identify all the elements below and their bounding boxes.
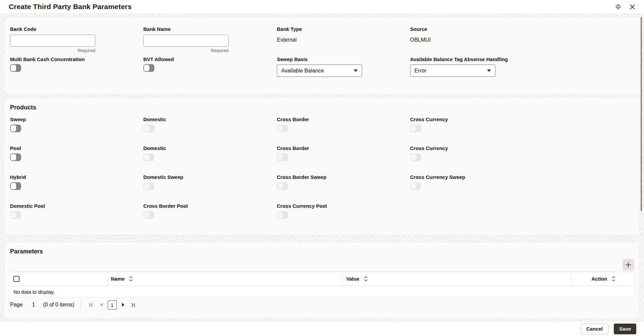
bank-name-input[interactable]	[143, 35, 229, 47]
form-content: Bank Code Required Bank Name Required Ba…	[0, 14, 644, 321]
restore-window-icon[interactable]	[614, 3, 622, 11]
products-row-pools: Domestic Pool Cross Border Pool Cross Cu…	[10, 203, 634, 219]
select-all-checkbox[interactable]	[13, 276, 19, 282]
footer-action-bar: Cancel Save	[0, 321, 644, 336]
pagination-bar: Page 1 (0 of 0 items) 1	[10, 300, 634, 309]
source-value: OBLMUI	[410, 37, 634, 43]
pagination-divider	[81, 300, 81, 309]
products-card: Products Sweep Domestic Cross Border Cro…	[4, 97, 640, 235]
bank-name-required-hint: Required	[143, 48, 229, 53]
hybrid-domestic-sweep-label: Domestic Sweep	[143, 174, 277, 180]
no-data-message: No data to display.	[10, 286, 634, 298]
products-section-title: Products	[10, 104, 634, 111]
sweep-cross-currency-label: Cross Currency	[410, 116, 634, 123]
bank-code-input[interactable]	[10, 35, 95, 47]
bank-name-label: Bank Name	[143, 26, 277, 32]
bvt-allowed-toggle[interactable]	[143, 64, 154, 72]
multi-bank-cash-concentration-toggle[interactable]	[10, 64, 21, 72]
sweep-basis-label: Sweep Basis	[277, 56, 410, 62]
add-parameter-button[interactable]	[623, 259, 634, 271]
products-row-hybrid: Hybrid Domestic Sweep Cross Border Sweep…	[10, 174, 634, 190]
pool-cross-currency-label: Cross Currency	[410, 145, 634, 151]
parameters-table-header-row: Name Value	[10, 272, 634, 286]
hybrid-domestic-sweep-toggle	[143, 182, 154, 190]
cross-border-pool-label: Cross Border Pool	[143, 203, 277, 209]
items-count: (0 of 0 items)	[43, 302, 74, 308]
bvt-allowed-field: BVT Allowed	[143, 56, 277, 77]
cancel-button[interactable]: Cancel	[581, 324, 608, 334]
pool-cross-currency-toggle	[410, 153, 421, 161]
products-row-sweep: Sweep Domestic Cross Border Cross Curren…	[10, 116, 634, 132]
hybrid-label: Hybrid	[10, 174, 143, 180]
hybrid-cross-border-sweep-label: Cross Border Sweep	[277, 174, 410, 180]
bank-code-required-hint: Required	[10, 48, 95, 53]
chevron-down-icon	[487, 69, 491, 72]
bank-name-field: Bank Name Required	[143, 26, 277, 53]
create-third-party-bank-parameters-window: Create Third Party Bank Parameters Bank …	[0, 0, 644, 336]
domestic-pool-label: Domestic Pool	[10, 203, 143, 209]
multi-bank-cash-concentration-label: Multi Bank Cash Concentration	[10, 56, 143, 62]
close-icon[interactable]	[629, 3, 636, 10]
titlebar: Create Third Party Bank Parameters	[0, 0, 644, 14]
page-title: Create Third Party Bank Parameters	[9, 3, 132, 11]
column-header-action[interactable]: Action	[571, 272, 634, 286]
parameters-section-title: Parameters	[10, 248, 634, 255]
bank-type-value: External	[277, 37, 410, 43]
bank-type-label: Bank Type	[277, 26, 410, 32]
sort-icon[interactable]	[364, 276, 367, 282]
column-header-value[interactable]: Value	[343, 272, 571, 286]
hybrid-cross-currency-sweep-label: Cross Currency Sweep	[410, 174, 634, 180]
previous-page-icon[interactable]	[96, 300, 106, 309]
bank-code-label: Bank Code	[10, 26, 143, 32]
page-label: Page	[10, 302, 22, 308]
abs-handling-selected-value: Error	[414, 68, 427, 74]
sweep-cross-currency-toggle	[410, 125, 421, 132]
window-controls	[614, 3, 636, 11]
sweep-toggle[interactable]	[10, 125, 21, 132]
bank-type-field: Bank Type External	[277, 26, 410, 53]
vertical-scrollbar[interactable]	[641, 17, 642, 211]
sweep-cross-border-toggle	[277, 125, 288, 132]
sweep-basis-select[interactable]: Available Balance	[277, 64, 362, 77]
sweep-domestic-label: Domestic	[143, 116, 277, 123]
column-header-name[interactable]: Name	[107, 272, 343, 286]
save-button[interactable]: Save	[614, 324, 636, 334]
chevron-down-icon	[354, 69, 358, 72]
hybrid-cross-border-sweep-toggle	[277, 182, 288, 190]
pool-label: Pool	[10, 145, 143, 151]
cross-border-pool-toggle	[143, 211, 154, 219]
pool-domestic-toggle	[143, 153, 154, 161]
source-field: Source OBLMUI	[410, 26, 634, 53]
sweep-label: Sweep	[10, 116, 143, 123]
last-page-icon[interactable]	[128, 300, 138, 309]
sweep-basis-selected-value: Available Balance	[281, 68, 324, 74]
page-number: 1	[32, 302, 35, 308]
cross-currency-pool-label: Cross Currency Pool	[277, 203, 410, 209]
domestic-pool-toggle	[10, 211, 21, 219]
pool-toggle[interactable]	[10, 153, 21, 161]
plus-icon	[625, 262, 631, 268]
sort-icon[interactable]	[612, 276, 615, 282]
abs-handling-select[interactable]: Error	[410, 64, 495, 77]
hybrid-cross-currency-sweep-toggle	[410, 182, 421, 190]
first-page-icon[interactable]	[86, 300, 96, 309]
source-label: Source	[410, 26, 634, 32]
cross-currency-pool-toggle	[277, 211, 288, 219]
parameters-card: Parameters Name	[4, 242, 640, 319]
pool-cross-border-toggle	[277, 153, 288, 161]
sweep-cross-border-label: Cross Border	[277, 116, 410, 123]
current-page-box[interactable]: 1	[108, 300, 117, 309]
bank-code-field: Bank Code Required	[10, 26, 143, 53]
pool-cross-border-label: Cross Border	[277, 145, 410, 151]
next-page-icon[interactable]	[118, 300, 128, 309]
empty-table-row: No data to display.	[10, 286, 634, 298]
bank-details-card: Bank Code Required Bank Name Required Ba…	[4, 17, 640, 95]
sweep-domestic-toggle	[143, 125, 154, 132]
parameters-table: Name Value	[10, 272, 634, 298]
multi-bank-cash-concentration-field: Multi Bank Cash Concentration	[10, 56, 143, 77]
bvt-allowed-label: BVT Allowed	[143, 56, 277, 62]
sort-icon[interactable]	[129, 276, 133, 282]
hybrid-toggle[interactable]	[10, 182, 21, 190]
products-row-pool: Pool Domestic Cross Border Cross Currenc…	[10, 145, 634, 161]
pool-domestic-label: Domestic	[143, 145, 277, 151]
